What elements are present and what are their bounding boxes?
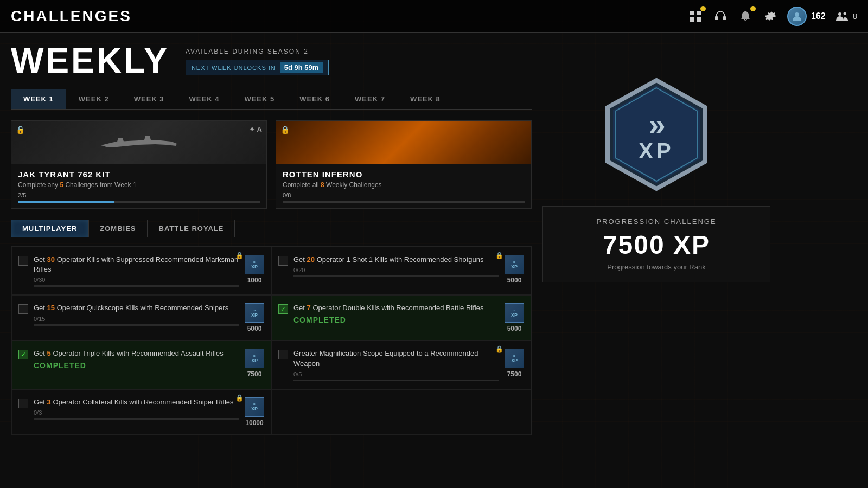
reward-card-desc-2: Complete all 8 Weekly Challenges <box>283 181 525 189</box>
challenge-checkbox-6[interactable] <box>278 350 288 359</box>
challenge-xp-section-3: » XP 5000 <box>245 303 264 332</box>
xp-amount-1: 1000 <box>247 277 262 284</box>
challenge-info-5: Get 5 Operator Triple Kills with Recomme… <box>34 349 239 371</box>
svg-rect-5 <box>723 16 726 20</box>
challenge-checkbox-3[interactable] <box>18 304 28 314</box>
week-tab-7[interactable]: WEEK 7 <box>342 89 398 109</box>
challenge-progress-bar-3 <box>34 324 239 326</box>
progression-xp: 7500 XP <box>559 230 754 260</box>
challenge-progress-text-1: 0/30 <box>34 277 239 283</box>
challenge-desc-2: Get 20 Operator 1 Shot 1 Kills with Reco… <box>293 255 499 265</box>
left-panel: WEEKLY AVAILABLE DURING SEASON 2 NEXT WE… <box>11 43 532 435</box>
week-tab-8[interactable]: WEEK 8 <box>398 89 453 109</box>
challenges-grid: Get 30 Operator Kills with Suppressed Re… <box>11 246 532 435</box>
challenge-xp-section-1: 🔒 » XP 1000 <box>245 255 264 284</box>
weekly-title: WEEKLY <box>11 43 169 78</box>
challenge-progress-bar-1 <box>34 285 239 287</box>
svg-point-7 <box>838 12 841 16</box>
weekly-meta: AVAILABLE DURING SEASON 2 NEXT WEEK UNLO… <box>186 43 329 75</box>
xp-amount-3: 5000 <box>247 325 262 332</box>
xp-badge-5: » XP <box>245 349 264 368</box>
challenge-lock-icon-7: 🔒 <box>235 394 244 402</box>
challenge-highlight-4: 7 <box>307 304 311 312</box>
challenge-checkbox-1[interactable] <box>18 256 28 266</box>
challenge-progress-text-6: 0/5 <box>293 371 499 377</box>
settings-gear-icon[interactable] <box>762 8 778 24</box>
challenge-checkbox-5[interactable]: ✓ <box>18 350 28 359</box>
avatar-section[interactable]: 162 <box>787 7 826 26</box>
week-tab-4[interactable]: WEEK 4 <box>177 89 232 109</box>
challenge-xp-section-7: 🔒 » XP 10000 <box>245 397 264 427</box>
xp-amount-4: 5000 <box>507 325 522 332</box>
challenge-status-5: COMPLETED <box>34 361 239 370</box>
right-panel: » XP PROGRESSION CHALLENGE 7500 XP Progr… <box>532 43 781 435</box>
hex-xp-text: XP <box>639 140 674 162</box>
next-week-badge: NEXT WEEK UNLOCKS IN 5d 9h 59m <box>186 60 329 75</box>
lock-icon-1: 🔒 <box>16 125 25 134</box>
challenge-highlight-7: 3 <box>47 398 51 406</box>
challenge-xp-section-5: » XP 7500 <box>245 349 264 378</box>
week-tab-2[interactable]: WEEK 2 <box>66 89 122 109</box>
challenge-progress-bar-2 <box>293 275 499 277</box>
cat-tab-battle-royale[interactable]: BATTLE ROYALE <box>148 220 235 237</box>
grid-badge <box>700 6 706 11</box>
challenge-checkbox-4[interactable]: ✓ <box>278 304 288 314</box>
friends-count: 8 <box>853 11 857 21</box>
challenge-item-1: Get 30 Operator Kills with Suppressed Re… <box>11 247 271 295</box>
challenge-progress-bar-6 <box>293 380 499 381</box>
weapon-silhouette-svg <box>95 132 182 153</box>
page-title: CHALLENGES <box>11 8 132 25</box>
challenge-item-4: ✓ Get 7 Operator Double Kills with Recom… <box>271 295 531 341</box>
xp-hex-container: » XP <box>597 76 716 195</box>
notification-bell-icon[interactable] <box>737 8 754 24</box>
reward-card-jak-tyrant: 🔒 ✦ A JAK TYRANT 762 KIT Complete any 5 … <box>11 120 267 209</box>
svg-point-8 <box>843 12 846 15</box>
cat-tab-zombies[interactable]: ZOMBIES <box>88 220 147 237</box>
reward-card-image-1: 🔒 ✦ A <box>11 121 266 164</box>
challenge-desc-3: Get 15 Operator Quickscope Kills with Re… <box>34 303 239 313</box>
reward-cards: 🔒 ✦ A JAK TYRANT 762 KIT Complete any 5 … <box>11 120 532 209</box>
week-tab-6[interactable]: WEEK 6 <box>287 89 342 109</box>
headset-icon[interactable] <box>712 8 729 24</box>
week-tab-5[interactable]: WEEK 5 <box>232 89 287 109</box>
main-content: WEEKLY AVAILABLE DURING SEASON 2 NEXT WE… <box>0 33 868 435</box>
reward-progress-bar-2 <box>283 201 525 203</box>
challenge-info-2: Get 20 Operator 1 Shot 1 Kills with Reco… <box>293 255 499 277</box>
challenge-checkbox-7[interactable] <box>18 399 28 408</box>
notification-badge <box>750 6 756 11</box>
xp-amount-5: 7500 <box>247 370 262 378</box>
challenge-info-7: Get 3 Operator Collateral Kills with Rec… <box>34 397 239 420</box>
challenge-lock-icon-2: 🔒 <box>495 252 503 259</box>
svg-rect-0 <box>690 11 694 15</box>
challenge-item-3: Get 15 Operator Quickscope Kills with Re… <box>11 295 271 341</box>
reward-highlight-2: 8 <box>321 181 324 189</box>
challenge-desc-7: Get 3 Operator Collateral Kills with Rec… <box>34 397 239 407</box>
challenge-progress-text-3: 0/15 <box>34 316 239 322</box>
reward-card-body-2: ROTTEN INFERNO Complete all 8 Weekly Cha… <box>276 164 531 208</box>
weekly-header: WEEKLY AVAILABLE DURING SEASON 2 NEXT WE… <box>11 43 532 78</box>
challenge-info-6: Greater Magnification Scope Equipped to … <box>293 349 499 381</box>
friends-section[interactable]: 8 <box>834 9 857 24</box>
reward-card-name-1: JAK TYRANT 762 KIT <box>18 170 260 179</box>
progression-desc: Progression towards your Rank <box>559 263 754 271</box>
xp-badge-4: » XP <box>505 303 524 323</box>
xp-amount-2: 5000 <box>507 277 522 284</box>
challenge-highlight-1: 30 <box>47 255 55 264</box>
avatar <box>787 7 807 26</box>
reward-card-body-1: JAK TYRANT 762 KIT Complete any 5 Challe… <box>11 164 266 208</box>
reward-card-image-2: 🔒 <box>276 121 531 164</box>
grid-icon[interactable] <box>687 8 704 24</box>
hex-arrows: » <box>639 110 674 140</box>
challenge-desc-4: Get 7 Operator Double Kills with Recomme… <box>293 303 499 313</box>
xp-hex-shape: » XP <box>597 76 716 195</box>
cat-tab-multiplayer[interactable]: MULTIPLAYER <box>11 220 88 237</box>
week-tab-3[interactable]: WEEK 3 <box>122 89 177 109</box>
hex-content: » XP <box>639 110 674 162</box>
challenge-checkbox-2[interactable] <box>278 256 288 266</box>
challenge-item-2: Get 20 Operator 1 Shot 1 Kills with Reco… <box>271 247 531 295</box>
reward-progress-label-1: 2/5 <box>18 192 260 198</box>
challenge-desc-1: Get 30 Operator Kills with Suppressed Re… <box>34 255 239 274</box>
challenge-progress-text-2: 0/20 <box>293 267 499 273</box>
week-tab-1[interactable]: WEEK 1 <box>11 89 66 109</box>
xp-badge-3: » XP <box>245 303 264 323</box>
